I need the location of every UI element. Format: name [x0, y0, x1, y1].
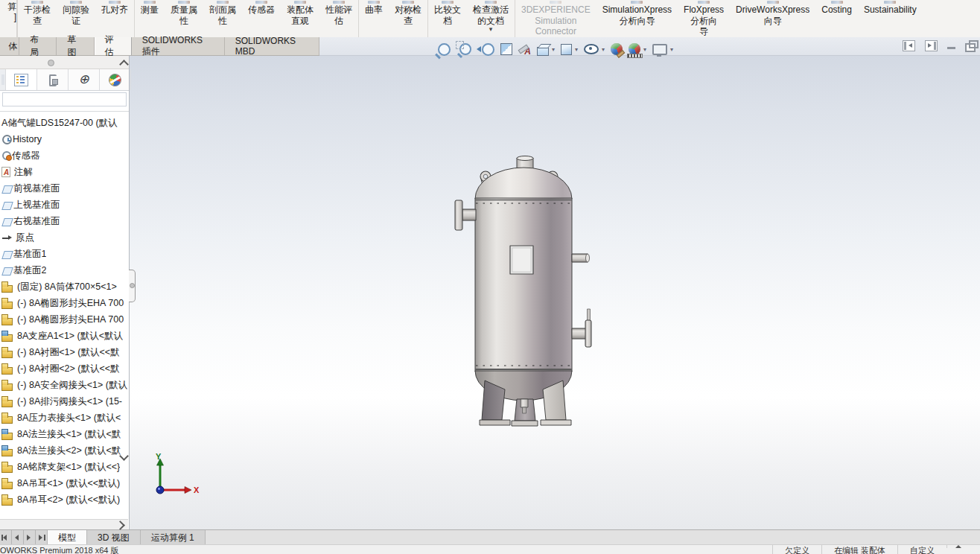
tree-item[interactable]: 基准面2 — [0, 262, 129, 278]
tree-item[interactable]: 8A铭牌支架<1> (默认<<} — [0, 459, 129, 475]
ribbon-button-label: 对称检 查 — [395, 4, 421, 26]
tree-item[interactable]: (固定) 8A筒体700×5<1> — [0, 278, 129, 295]
part-icon — [1, 281, 13, 293]
commandmanager-tab[interactable]: 布局 — [19, 37, 57, 55]
ribbon-button[interactable]: 装配体 直观 — [281, 0, 319, 37]
tree-item[interactable]: 上视基准面 — [0, 197, 129, 213]
ribbon-button[interactable]: 质量属 性 — [165, 0, 203, 37]
tree-horizontal-scrollbar[interactable] — [0, 519, 128, 529]
ribbon-button[interactable]: SimulationXpress 分析向导 — [596, 0, 678, 37]
storage-tank-model[interactable] — [455, 156, 591, 427]
tree-item-label: 配合 — [13, 510, 31, 511]
tree-item[interactable]: 传感器 — [0, 147, 129, 164]
dynamic-annotation-views-icon — [518, 44, 531, 55]
document-tab[interactable]: 模型 — [48, 530, 87, 545]
tree-filter-box[interactable] — [0, 91, 129, 112]
tree-item[interactable]: 基准面1 — [0, 246, 129, 262]
ribbon-button[interactable]: 测量 — [134, 0, 165, 37]
ribbon-button[interactable]: Sustainability — [858, 0, 923, 37]
tree-item[interactable]: (-) 8A椭圆形封头EHA 700 — [0, 311, 129, 328]
ribbon-button[interactable]: 3DEXPERIENCE Simulation Connector — [515, 0, 596, 37]
headsup-tool[interactable] — [474, 42, 497, 57]
ribbon-button-label: 性能评 估 — [325, 4, 352, 26]
tree-item[interactable]: History — [0, 131, 129, 147]
panel-manager-tab[interactable] — [100, 69, 131, 90]
tab-scroll-first-button[interactable] — [0, 530, 12, 545]
ribbon-button[interactable]: Costing — [815, 0, 858, 37]
panel-split-handle[interactable] — [0, 56, 129, 69]
headsup-view-toolbar — [435, 39, 676, 60]
tree-item[interactable]: (-) 8A排污阀接头<1> (15- — [0, 393, 129, 410]
tree-item[interactable]: 8A支座A1<1> (默认<默认 — [0, 328, 129, 344]
restore-icon[interactable] — [965, 43, 976, 52]
tree-item-label: (固定) 8A筒体700×5<1> — [17, 281, 117, 293]
tree-item[interactable]: (-) 8A衬圈<2> (默认<<默 — [0, 360, 129, 377]
minimize-icon[interactable] — [947, 47, 955, 49]
tree-item[interactable]: (-) 8A安全阀接头<1> (默认 — [0, 377, 129, 393]
commandmanager-tab[interactable]: 评估 — [95, 37, 132, 55]
panel-manager-tab[interactable] — [6, 69, 37, 90]
ribbon-button-label: 间隙验 证 — [63, 4, 89, 26]
ribbon-button[interactable]: 传感器 — [242, 0, 281, 37]
command-ribbon: 算 ] 干涉检 查 间隙验 证 孔对齐 测量 质量属 性 剖面属 性 — [0, 0, 980, 38]
ribbon-button[interactable]: 曲率 — [358, 0, 389, 37]
headsup-tool[interactable] — [497, 42, 515, 57]
ribbon-buttons: 干涉检 查 间隙验 证 孔对齐 测量 质量属 性 剖面属 性 传感器 — [17, 0, 923, 37]
document-tab[interactable]: 运动算例 1 — [141, 530, 206, 545]
ribbon-button[interactable]: 比较文 档 — [427, 0, 467, 37]
tree-item[interactable]: 配合 — [0, 508, 129, 510]
ribbon-button[interactable]: DriveWorksXpress 向导 — [730, 0, 815, 37]
tree-item[interactable]: 8A吊耳<2> (默认<<默认) — [0, 491, 129, 508]
tree-root-item[interactable]: A储气罐LDS15247-00 (默认 — [0, 115, 129, 131]
statusbar-expand-button[interactable] — [946, 545, 970, 548]
panel-manager-tab[interactable] — [37, 69, 69, 90]
part-icon — [1, 314, 13, 325]
scroll-right-icon[interactable] — [115, 520, 125, 530]
tree-item[interactable]: 右视基准面 — [0, 213, 129, 229]
tree-item[interactable]: 8A吊耳<1> (默认<<默认) — [0, 475, 129, 491]
headsup-tool[interactable] — [515, 42, 534, 57]
headsup-tool[interactable] — [649, 42, 676, 57]
tree-item[interactable]: (-) 8A衬圈<1> (默认<<默 — [0, 344, 129, 360]
mass-properties-icon — [178, 1, 190, 4]
tree-item[interactable]: 前视基准面 — [0, 180, 129, 197]
graphics-viewport[interactable]: Y X — [129, 56, 980, 529]
ribbon-button[interactable]: 间隙验 证 — [57, 0, 95, 37]
pane-left-icon[interactable] — [903, 40, 915, 51]
tree-item[interactable]: 8A压力表接头<1> (默认< — [0, 410, 129, 426]
ribbon-button[interactable]: 剖面属 性 — [203, 0, 242, 37]
pane-right-icon[interactable] — [925, 40, 938, 51]
headsup-tool[interactable] — [626, 42, 649, 57]
headsup-tool[interactable] — [454, 42, 474, 57]
ribbon-button[interactable]: FloXpress 分析向 导 — [678, 0, 730, 37]
tree-item[interactable]: (-) 8A椭圆形封头EHA 700 — [0, 295, 129, 311]
tree-item[interactable]: 注解 — [0, 164, 129, 180]
headsup-tool[interactable] — [608, 42, 626, 57]
tab-scroll-right-button[interactable] — [24, 530, 36, 545]
commandmanager-tab[interactable]: SOLIDWORKS 插件 — [132, 37, 225, 55]
panel-manager-tab[interactable] — [0, 69, 6, 90]
commandmanager-tab[interactable]: 体 — [0, 37, 19, 55]
tree-item-label: 8A吊耳<1> (默认<<默认) — [17, 477, 120, 490]
document-tab[interactable]: 3D 视图 — [87, 530, 141, 545]
ribbon-button[interactable]: 干涉检 查 — [17, 0, 57, 37]
headsup-tool[interactable] — [581, 42, 608, 56]
ribbon-button[interactable]: 对称检 查 — [389, 0, 427, 37]
commandmanager-tab[interactable]: SOLIDWORKS MBD — [225, 37, 319, 55]
ribbon-button-label: 曲率 — [365, 4, 383, 16]
ribbon-button[interactable]: 孔对齐 — [95, 0, 134, 37]
ribbon-button[interactable]: 检查激活 的文档 — [467, 0, 515, 37]
panel-manager-tab[interactable] — [69, 69, 100, 90]
ribbon-button[interactable]: 性能评 估 — [319, 0, 358, 37]
tree-item[interactable]: 8A法兰接头<1> (默认<默 — [0, 426, 129, 442]
tab-scroll-left-button[interactable] — [12, 530, 24, 545]
panel-splitter-handle[interactable] — [129, 270, 136, 302]
tree-item[interactable]: 8A法兰接头<2> (默认<默 — [0, 442, 129, 459]
tree-item[interactable]: 原点 — [0, 229, 129, 246]
headsup-tool[interactable] — [534, 42, 558, 57]
headsup-tool[interactable] — [558, 42, 581, 57]
commandmanager-tab[interactable]: 草图 — [57, 37, 94, 55]
headsup-tool[interactable] — [435, 42, 454, 57]
tab-scroll-last-button[interactable] — [36, 530, 48, 545]
clipped-ribbon-button[interactable]: 算 ] — [0, 0, 17, 37]
